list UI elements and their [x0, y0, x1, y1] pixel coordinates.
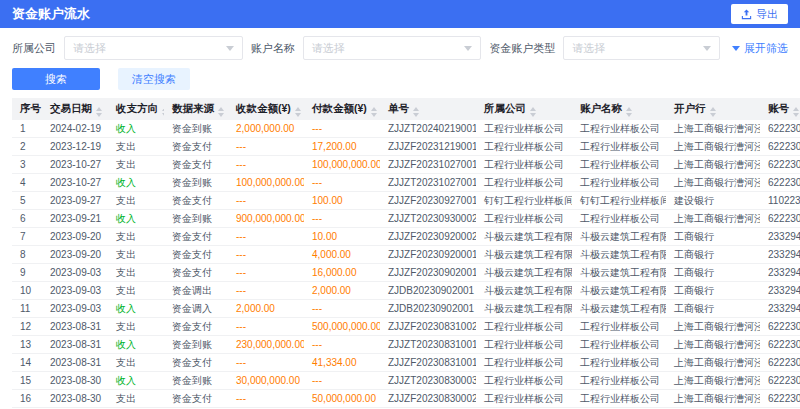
cell-order-no: ZJJZF20230927001: [380, 192, 476, 210]
cell-index: 9: [12, 264, 42, 282]
cell-payment-amount: 2,000.00: [304, 282, 380, 300]
filter-group-type: 资金账户类型 请选择: [489, 36, 720, 60]
cell-receipt-amount: 230,000,000.00: [228, 336, 304, 354]
cell-account-name: 斗极云建筑工程有限公司: [572, 264, 666, 282]
table-row: 32023-10-27支出资金支付---100,000,000.00ZJJZF2…: [12, 156, 800, 174]
sort-icon[interactable]: [295, 107, 301, 117]
cell-company: 斗极云建筑工程有限公司: [476, 264, 572, 282]
cell-source: 资金支付: [164, 246, 228, 264]
cell-source: 资金支付: [164, 318, 228, 336]
sort-icon[interactable]: [530, 107, 536, 117]
cell-account-no: 62223011: [760, 138, 800, 156]
type-filter-label: 资金账户类型: [489, 41, 555, 56]
cell-account-no: 62223011: [760, 336, 800, 354]
cell-order-no: ZJJZF20230920002: [380, 228, 476, 246]
column-header[interactable]: 账户名称: [572, 98, 666, 120]
export-icon: [741, 9, 752, 20]
column-header[interactable]: 付款金额(¥): [304, 98, 380, 120]
sort-icon[interactable]: [793, 107, 799, 117]
sort-icon[interactable]: [218, 107, 224, 117]
table-row: 92023-09-03支出资金支付---16,000.00ZJJZF202309…: [12, 264, 800, 282]
cell-date: 2023-10-27: [42, 174, 108, 192]
column-header[interactable]: 数据来源: [164, 98, 228, 120]
table-row: 142023-08-31支出资金支付---41,334.00ZJJZF20230…: [12, 354, 800, 372]
sort-icon[interactable]: [626, 107, 632, 117]
company-select[interactable]: 请选择: [64, 36, 243, 60]
column-header[interactable]: 所属公司: [476, 98, 572, 120]
cell-account-no: 23329499: [760, 282, 800, 300]
column-header[interactable]: 收支方向: [108, 98, 164, 120]
cell-account-name: 斗极云建筑工程有限公司: [572, 228, 666, 246]
cell-source: 资金支付: [164, 264, 228, 282]
company-filter-label: 所属公司: [12, 41, 56, 56]
cell-receipt-amount: 2,000,000.00: [228, 120, 304, 138]
cell-date: 2023-09-27: [42, 192, 108, 210]
table-body: 12024-02-19收入资金到账2,000,000.00---ZJJZT202…: [12, 120, 800, 409]
table-header-row: 序号交易日期收支方向数据来源收款金额(¥)付款金额(¥)单号所属公司账户名称开户…: [12, 98, 800, 120]
cell-company: 工程行业样板公司: [476, 120, 572, 138]
column-header[interactable]: 单号: [380, 98, 476, 120]
sort-icon[interactable]: [162, 107, 164, 117]
cell-receipt-amount: 100,000,000.00: [228, 174, 304, 192]
search-button[interactable]: 搜索: [12, 68, 100, 90]
cell-account-name: 斗极云建筑工程有限公司: [572, 246, 666, 264]
sort-icon[interactable]: [96, 107, 102, 117]
cell-direction: 支出: [108, 192, 164, 210]
table-row: 132023-08-31收入资金到账230,000,000.00---ZJJZT…: [12, 336, 800, 354]
cell-company: 工程行业样板公司: [476, 174, 572, 192]
cell-bank: 上海工商银行漕河泾支行: [666, 138, 760, 156]
cell-source: 资金支付: [164, 390, 228, 408]
table-row: 52023-09-27支出资金支付---100.00ZJJZF202309270…: [12, 192, 800, 210]
cell-index: 4: [12, 174, 42, 192]
account-type-select[interactable]: 请选择: [563, 36, 720, 60]
export-button[interactable]: 导出: [731, 4, 788, 24]
cell-direction: 支出: [108, 354, 164, 372]
cell-source: 资金到账: [164, 336, 228, 354]
sort-icon[interactable]: [413, 107, 419, 117]
column-header[interactable]: 账号: [760, 98, 800, 120]
column-label: 所属公司: [484, 102, 526, 114]
cell-date: 2023-09-03: [42, 282, 108, 300]
expand-filters-link[interactable]: 展开筛选: [732, 41, 788, 56]
cell-index: 5: [12, 192, 42, 210]
cell-company: 工程行业样板公司: [476, 156, 572, 174]
cell-receipt-amount: ---: [228, 264, 304, 282]
cell-account-no: 62223011: [760, 390, 800, 408]
column-label: 开户行: [674, 102, 706, 114]
cell-date: 2023-09-03: [42, 300, 108, 318]
cell-order-no: ZJJZF20230830002: [380, 390, 476, 408]
sort-icon[interactable]: [371, 107, 377, 117]
cell-source: 资金支付: [164, 138, 228, 156]
cell-receipt-amount: ---: [228, 282, 304, 300]
cell-direction: 支出: [108, 264, 164, 282]
cell-account-name: 斗极云建筑工程有限公司: [572, 282, 666, 300]
cell-date: 2023-10-27: [42, 156, 108, 174]
cell-source: 资金支付: [164, 228, 228, 246]
account-name-select[interactable]: 请选择: [303, 36, 482, 60]
sort-icon[interactable]: [710, 107, 716, 117]
cell-bank: 上海工商银行漕河泾支行: [666, 210, 760, 228]
cell-payment-amount: 17,200.00: [304, 138, 380, 156]
column-header: 序号: [12, 98, 42, 120]
cell-account-no: 11022382: [760, 192, 800, 210]
column-header[interactable]: 开户行: [666, 98, 760, 120]
cell-bank: 上海工商银行漕河泾支行: [666, 372, 760, 390]
cell-index: 12: [12, 318, 42, 336]
column-header[interactable]: 交易日期: [42, 98, 108, 120]
cell-order-no: ZJJZF20231027001: [380, 156, 476, 174]
table-row: 112023-09-03收入资金调入2,000.00---ZJDB2023090…: [12, 300, 800, 318]
cell-direction: 收入: [108, 372, 164, 390]
cell-direction: 支出: [108, 156, 164, 174]
cell-payment-amount: ---: [304, 372, 380, 390]
table-row: 152023-08-30收入资金到账30,000,000.00---ZJJZT2…: [12, 372, 800, 390]
cell-receipt-amount: 30,000,000.00: [228, 372, 304, 390]
column-header[interactable]: 收款金额(¥): [228, 98, 304, 120]
clear-search-button[interactable]: 清空搜索: [118, 68, 190, 90]
cell-direction: 支出: [108, 390, 164, 408]
cell-direction: 支出: [108, 318, 164, 336]
cell-index: 3: [12, 156, 42, 174]
cell-bank: 工商银行: [666, 264, 760, 282]
cell-account-no: 23329499: [760, 246, 800, 264]
cell-order-no: ZJJZT20230930002: [380, 210, 476, 228]
account-select-placeholder: 请选择: [312, 41, 345, 56]
